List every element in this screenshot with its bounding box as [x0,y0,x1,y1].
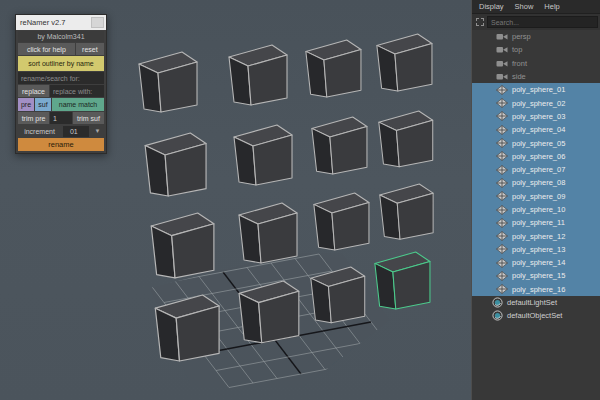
outliner-item-poly_sphere_03[interactable]: poly_sphere_03 [472,110,600,123]
camera-icon [496,72,508,81]
outliner-item-poly_sphere_10[interactable]: poly_sphere_10 [472,203,600,216]
outliner-item-top[interactable]: top [472,43,600,56]
outliner-item-label: poly_sphere_04 [512,125,565,134]
renamer-window: reNamer v2.7 by Malcolm341 click for hel… [15,14,107,154]
outliner-item-label: poly_sphere_06 [512,152,565,161]
poly-sphere-icon [496,205,508,215]
filter-icon[interactable] [476,18,484,26]
menu-help[interactable]: Help [544,2,559,11]
poly-sphere-icon [496,284,508,294]
rename-button[interactable]: rename [18,138,104,151]
outliner-item-label: poly_sphere_01 [512,85,565,94]
outliner-item-poly_sphere_09[interactable]: poly_sphere_09 [472,190,600,203]
increment-input[interactable] [63,126,89,137]
chevron-down-icon[interactable]: ▼ [91,128,104,134]
cube-object-3[interactable] [306,40,361,97]
name-match-button[interactable]: name match [52,98,104,111]
outliner-item-list: persptopfrontsidepoly_sphere_01poly_sphe… [472,30,600,323]
outliner-item-label: poly_sphere_15 [512,271,565,280]
outliner-item-label: front [512,59,527,68]
poly-sphere-icon [496,98,508,108]
trim-suffix-button[interactable]: trim suf [73,112,104,124]
prefix-button[interactable]: pre [18,98,34,111]
cube-object-1[interactable] [139,52,197,112]
reset-button[interactable]: reset [76,43,104,55]
outliner-item-label: poly_sphere_07 [512,165,565,174]
outliner-item-poly_sphere_16[interactable]: poly_sphere_16 [472,283,600,296]
trim-count-input[interactable] [50,112,72,124]
outliner-item-poly_sphere_08[interactable]: poly_sphere_08 [472,176,600,189]
cube-object-14[interactable] [239,281,299,343]
outliner-item-label: top [512,45,522,54]
outliner-item-label: poly_sphere_16 [512,285,565,294]
outliner-item-poly_sphere_05[interactable]: poly_sphere_05 [472,136,600,149]
outliner-item-label: side [512,72,526,81]
cube-object-7[interactable] [312,117,367,174]
outliner-item-label: poly_sphere_12 [512,232,565,241]
poly-sphere-icon [496,191,508,201]
replace-with-input[interactable] [50,85,104,97]
outliner-item-label: defaultLightSet [507,298,557,307]
menu-show[interactable]: Show [515,2,534,11]
object-set-icon [492,310,503,321]
outliner-item-poly_sphere_15[interactable]: poly_sphere_15 [472,269,600,282]
camera-icon [496,59,508,68]
cube-object-2[interactable] [229,45,287,105]
outliner-item-label: poly_sphere_14 [512,258,565,267]
sort-outliner-button[interactable]: sort outliner by name [18,56,104,71]
poly-sphere-icon [496,244,508,254]
outliner-item-defaultObjectSet[interactable]: defaultObjectSet [472,309,600,322]
poly-sphere-icon [496,231,508,241]
outliner-search-row [472,14,600,30]
outliner-item-persp[interactable]: persp [472,30,600,43]
poly-sphere-icon [496,125,508,135]
outliner-item-label: defaultObjectSet [507,311,562,320]
camera-icon [496,45,508,54]
object-set-icon [492,297,503,308]
outliner-item-label: poly_sphere_03 [512,112,565,121]
trim-prefix-button[interactable]: trim pre [18,112,49,124]
search-input[interactable] [487,16,598,28]
outliner-panel: Display Show Help persptopfrontsidepoly_… [471,0,600,400]
author-byline: by Malcolm341 [18,31,104,42]
outliner-item-poly_sphere_04[interactable]: poly_sphere_04 [472,123,600,136]
outliner-item-poly_sphere_12[interactable]: poly_sphere_12 [472,229,600,242]
outliner-item-label: persp [512,32,531,41]
cube-object-13[interactable] [155,295,219,361]
outliner-item-poly_sphere_06[interactable]: poly_sphere_06 [472,150,600,163]
poly-sphere-icon [496,218,508,228]
cube-object-5[interactable] [145,133,206,196]
outliner-item-poly_sphere_11[interactable]: poly_sphere_11 [472,216,600,229]
menu-display[interactable]: Display [479,2,504,11]
suffix-button[interactable]: suf [35,98,51,111]
poly-sphere-icon [496,138,508,148]
rename-search-input[interactable] [18,72,104,84]
cube-object-4[interactable] [377,34,432,91]
poly-sphere-icon [496,85,508,95]
cube-object-15[interactable] [311,267,365,323]
increment-label: increment [18,128,61,135]
poly-sphere-icon [496,151,508,161]
help-button[interactable]: click for help [18,43,75,55]
outliner-item-front[interactable]: front [472,57,600,70]
outliner-item-label: poly_sphere_08 [512,178,565,187]
replace-button[interactable]: replace [18,85,49,97]
cube-object-9[interactable] [151,213,214,278]
selected-cube-object[interactable] [375,252,430,309]
poly-sphere-icon [496,271,508,281]
renamer-title-bar[interactable]: reNamer v2.7 [16,15,106,30]
outliner-item-poly_sphere_02[interactable]: poly_sphere_02 [472,96,600,109]
outliner-item-poly_sphere_14[interactable]: poly_sphere_14 [472,256,600,269]
cube-object-10[interactable] [239,203,297,263]
outliner-item-poly_sphere_07[interactable]: poly_sphere_07 [472,163,600,176]
close-button[interactable] [91,17,104,28]
cube-object-6[interactable] [234,125,292,185]
cube-object-11[interactable] [314,193,369,250]
cube-object-8[interactable] [379,111,433,167]
outliner-item-side[interactable]: side [472,70,600,83]
poly-sphere-icon [496,111,508,121]
outliner-item-defaultLightSet[interactable]: defaultLightSet [472,296,600,309]
outliner-item-poly_sphere_01[interactable]: poly_sphere_01 [472,83,600,96]
cube-object-12[interactable] [380,184,433,239]
outliner-item-poly_sphere_13[interactable]: poly_sphere_13 [472,243,600,256]
